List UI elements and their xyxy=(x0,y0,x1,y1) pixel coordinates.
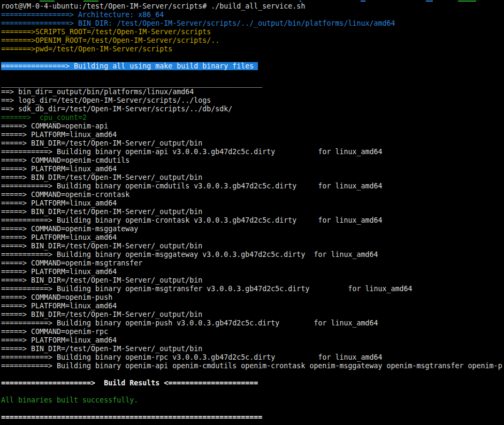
terminal-line: ===========> Building binary openim-cmdu… xyxy=(1,182,504,191)
terminal-line: ===========> Building binary openim-rpc … xyxy=(1,353,504,362)
scrollback-fragment xyxy=(83,1,98,2)
terminal-line: ==> logs_dir=/test/Open-IM-Server/script… xyxy=(1,96,504,105)
terminal-line: ================> BIN_DIR: /test/Open-IM… xyxy=(1,19,504,28)
terminal-line: ===========> Building binary openim-cron… xyxy=(1,216,504,225)
terminal-output: root@VM-0-4-ubuntu:/test/Open-IM-Server/… xyxy=(0,2,504,422)
terminal-line: =====> COMMAND=openim-api xyxy=(1,122,504,131)
scrollback-fragment xyxy=(426,1,433,2)
terminal-line xyxy=(1,405,504,413)
terminal-line: =======>pwd=/test/Open-IM-Server/scripts xyxy=(1,45,504,54)
terminal-line: =====> COMMAND=openim-push xyxy=(1,293,504,302)
terminal-line: All binaries built successfully. xyxy=(1,396,504,405)
terminal-line: =====> BIN_DIR=/test/Open-IM-Server/_out… xyxy=(1,276,504,285)
scrollback-fragment xyxy=(300,1,301,2)
terminal-line: ==> bin_dir=_output/bin/platforms/linux/… xyxy=(1,88,504,96)
terminal-line: ==> sdk_db_dir=/test/Open-IM-Server/scri… xyxy=(1,105,504,113)
terminal-line: =====> PLATFORM=linux_amd64 xyxy=(1,199,504,208)
terminal-line: =====> PLATFORM=linux_amd64 xyxy=(1,336,504,345)
terminal-line: ================> Architecture: x86_64 xyxy=(1,11,504,19)
terminal-line xyxy=(1,71,504,79)
terminal-line: =====> PLATFORM=linux_amd64 xyxy=(1,268,504,276)
terminal-line: =====> COMMAND=openim-rpc xyxy=(1,328,504,336)
terminal-line xyxy=(1,54,504,62)
terminal-window[interactable]: root@VM-0-4-ubuntu:/test/Open-IM-Server/… xyxy=(0,0,504,425)
terminal-line: =====> BIN_DIR=/test/Open-IM-Server/_out… xyxy=(1,139,504,148)
scrollback-fragment xyxy=(40,1,55,2)
terminal-line: =====> COMMAND=openim-crontask xyxy=(1,191,504,199)
terminal-line: =====> COMMAND=openim-msgtransfer xyxy=(1,259,504,268)
terminal-line xyxy=(1,370,504,379)
terminal-line: =======>OPENIM_ROOT=/test/Open-IM-Server… xyxy=(1,36,504,45)
scrollback-fragment xyxy=(361,1,365,2)
terminal-line: ===========> Building binary openim-msgg… xyxy=(1,251,504,259)
terminal-line: ===========> Building binary openim-msgt… xyxy=(1,285,504,293)
terminal-line: root@VM-0-4-ubuntu:/test/Open-IM-Server/… xyxy=(1,2,504,11)
terminal-line: =====> COMMAND=openim-cmdutils xyxy=(1,156,504,165)
terminal-line: =======>SCRIPTS_ROOT=/test/Open-IM-Serve… xyxy=(1,28,504,36)
terminal-line: =====================> Build Results <==… xyxy=(1,379,504,388)
terminal-line: =====> BIN_DIR=/test/Open-IM-Server/_out… xyxy=(1,173,504,182)
terminal-line: =====> BIN_DIR=/test/Open-IM-Server/_out… xyxy=(1,242,504,251)
terminal-line xyxy=(1,388,504,396)
terminal-line: =====> PLATFORM=linux_amd64 xyxy=(1,131,504,139)
terminal-line: =====> BIN_DIR=/test/Open-IM-Server/_out… xyxy=(1,208,504,216)
terminal-line: ========================================… xyxy=(1,413,504,422)
terminal-line: =====> PLATFORM=linux_amd64 xyxy=(1,302,504,310)
terminal-line: =====> PLATFORM=linux_amd64 xyxy=(1,165,504,173)
terminal-line: ===========> Building binary openim-api … xyxy=(1,148,504,156)
terminal-line: ===========> Building binary openim-api … xyxy=(1,362,504,370)
scrollback-fragment xyxy=(458,1,476,2)
terminal-line: ======> cpu_count=2 xyxy=(1,113,504,122)
terminal-line: =====> BIN_DIR=/test/Open-IM-Server/_out… xyxy=(1,310,504,319)
terminal-line: ________________________________________… xyxy=(1,79,504,88)
terminal-line: =====> PLATFORM=linux_amd64 xyxy=(1,233,504,242)
scrollback-fragment-row xyxy=(0,0,504,2)
terminal-line: ===============> Building all using make… xyxy=(1,62,504,71)
terminal-line: ===========> Building binary openim-push… xyxy=(1,319,504,328)
terminal-line: =====> BIN_DIR=/test/Open-IM-Server/_out… xyxy=(1,345,504,353)
terminal-line: =====> COMMAND=openim-msggateway xyxy=(1,225,504,233)
